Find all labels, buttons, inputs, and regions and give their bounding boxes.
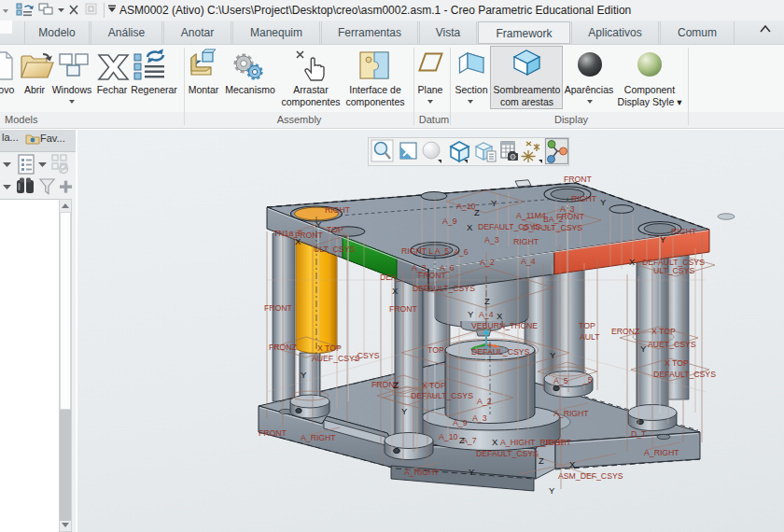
- svg-text:Y: Y: [469, 467, 475, 477]
- svg-text:FRONT: FRONT: [418, 271, 447, 280]
- svg-text:X: X: [497, 311, 503, 321]
- svg-text:D_FAJLT_CSYS: D_FAJLT_CSYS: [523, 223, 582, 232]
- svg-text:_RIGHT: _RIGHT: [540, 438, 572, 447]
- svg-text:Y: Y: [600, 197, 607, 207]
- svg-text:TOP: TOP: [327, 225, 343, 234]
- svg-text:D_T: D_T: [631, 429, 647, 439]
- svg-text:A_10: A_10: [439, 432, 457, 441]
- svg-text:X: X: [569, 459, 576, 469]
- svg-text:X TOP: X TOP: [317, 343, 342, 353]
- svg-text:A_9: A_9: [453, 418, 468, 427]
- svg-text:A_RIGHT: A_RIGHT: [644, 448, 679, 457]
- svg-text:RIGHT: RIGHT: [513, 237, 539, 246]
- svg-text:Y: Y: [491, 198, 497, 208]
- svg-text:FRONT: FRONT: [389, 304, 418, 314]
- svg-text:X: X: [392, 286, 399, 296]
- svg-text:A_9: A_9: [442, 217, 457, 226]
- svg-text:DEFAUL_CSYS: DEFAUL_CSYS: [471, 347, 529, 357]
- svg-text:A_10: A_10: [456, 202, 475, 211]
- svg-text:AUEF_CSYS: AUEF_CSYS: [312, 354, 360, 363]
- svg-text:X: X: [629, 257, 636, 267]
- svg-text:X TOP: X TOP: [665, 358, 689, 368]
- svg-text:A_5: A_5: [553, 376, 568, 385]
- svg-text:X TOP: X TOP: [422, 381, 446, 390]
- svg-text:VEBURN_THCNE: VEBURN_THCNE: [471, 321, 538, 330]
- svg-text:A_4: A_4: [521, 257, 536, 266]
- svg-text:A_6: A_6: [454, 247, 469, 257]
- svg-text:Z: Z: [539, 455, 544, 466]
- svg-text:Z: Z: [474, 207, 480, 217]
- svg-text:X: X: [467, 222, 473, 232]
- svg-text:AUET_CSYS: AUET_CSYS: [648, 340, 696, 349]
- svg-text:A_2: A_2: [477, 397, 492, 406]
- svg-text:AULT: AULT: [580, 332, 600, 342]
- svg-text:FRONT: FRONT: [259, 428, 287, 438]
- svg-text:_5: _5: [582, 375, 593, 385]
- svg-text:A_3: A_3: [472, 413, 487, 423]
- svg-text:A_3: A_3: [560, 204, 575, 214]
- svg-text:Y: Y: [401, 406, 408, 416]
- svg-text:Y: Y: [468, 309, 474, 319]
- svg-text:A_2: A_2: [480, 258, 495, 267]
- svg-text:ERONZ: ERONZ: [611, 327, 640, 336]
- svg-text:ULT_CSYS: ULT_CSYS: [314, 245, 355, 254]
- svg-text:A_4: A_4: [479, 310, 494, 319]
- svg-text:RIGHT: RIGHT: [325, 205, 351, 215]
- svg-text:ASM_DEF_CSYS: ASM_DEF_CSYS: [558, 471, 623, 481]
- svg-text:FRONZ: FRONZ: [269, 343, 298, 352]
- svg-text:X TOP: X TOP: [651, 327, 676, 336]
- svg-text:Z: Z: [459, 435, 465, 445]
- svg-text:X: X: [492, 437, 498, 447]
- svg-text:X: X: [295, 236, 301, 246]
- svg-text:RIGHT L A_5: RIGHT L A_5: [401, 246, 449, 256]
- svg-text:A_3: A_3: [484, 235, 499, 245]
- svg-text:TOP: TOP: [427, 345, 444, 355]
- svg-text:Y: Y: [660, 234, 666, 245]
- svg-text:DEFAULT_CSYS: DEFAULT_CSYS: [413, 284, 475, 293]
- svg-text:Z: Z: [393, 380, 399, 390]
- svg-text:DEFAULT_CSYS: DEFAULT_CSYS: [653, 370, 716, 379]
- svg-text:A_RIGHT: A_RIGHT: [553, 409, 589, 418]
- svg-text:FRONT: FRONT: [264, 303, 293, 313]
- svg-text:ULT_CSYS: ULT_CSYS: [653, 266, 694, 275]
- svg-text:A_RIGHT: A_RIGHT: [301, 433, 336, 442]
- svg-text:DEA_: DEA_: [380, 273, 401, 282]
- svg-text:FRONT: FRONT: [564, 175, 593, 184]
- svg-text:DEFAULT_CSYS: DEFAULT_CSYS: [476, 449, 539, 458]
- svg-text:Y: Y: [640, 343, 647, 354]
- svg-text:DEFAULT_CSYS: DEFAULT_CSYS: [411, 391, 473, 400]
- svg-text:A_11M4: A_11M4: [516, 211, 546, 220]
- svg-text:Y: Y: [550, 350, 556, 360]
- svg-text:Y: Y: [301, 370, 307, 380]
- svg-text:TOP: TOP: [579, 321, 595, 330]
- svg-text:A_RIGHT: A_RIGHT: [404, 468, 440, 477]
- svg-text:Y: Y: [549, 485, 555, 496]
- svg-text:RIGHT: RIGHT: [571, 194, 597, 203]
- svg-text:Y: Y: [315, 219, 322, 230]
- svg-text:Z: Z: [484, 296, 490, 306]
- svg-text:RIGHT: RIGHT: [671, 227, 697, 236]
